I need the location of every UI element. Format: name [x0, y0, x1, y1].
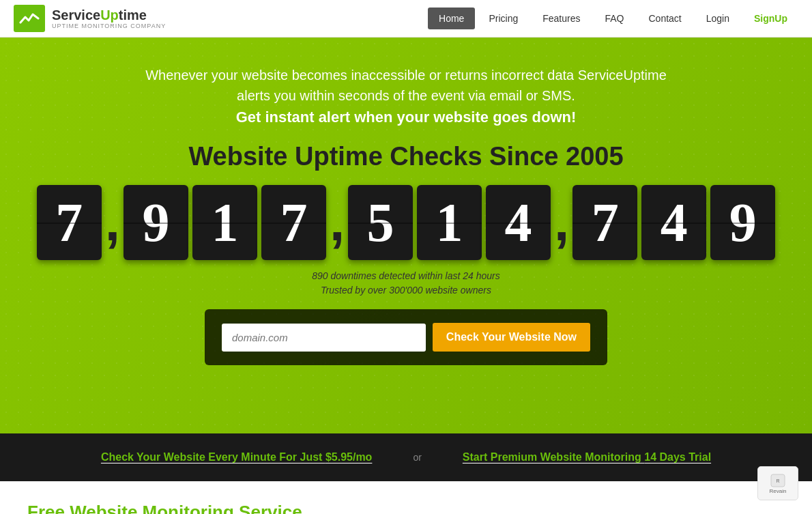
- digit-1b: 1: [417, 185, 482, 260]
- digit-9b: 9: [710, 185, 775, 260]
- bottom-bar-price: $5.95/mo: [325, 451, 372, 463]
- bottom-bar-left[interactable]: Check Your Website Every Minute For Just…: [101, 451, 372, 463]
- digit-7: 7: [37, 185, 102, 260]
- header: ServiceUptime UPTIME MONITORING COMPANY …: [0, 0, 812, 38]
- bottom-bar-right-text: Start Premium Website Monitoring: [463, 451, 644, 463]
- bottom-bar-left-text: Check Your Website Every Minute For Just: [101, 451, 325, 463]
- nav-pricing[interactable]: Pricing: [478, 8, 529, 29]
- check-website-button[interactable]: Check Your Website Now: [433, 323, 590, 352]
- revain-badge: R Revain: [757, 466, 798, 500]
- free-section-title: Free Website Monitoring Service: [27, 502, 785, 514]
- free-section: Free Website Monitoring Service: [0, 481, 812, 514]
- digit-7b: 7: [261, 185, 326, 260]
- logo: ServiceUptime UPTIME MONITORING COMPANY: [14, 5, 166, 32]
- comma-2: ,: [330, 190, 345, 260]
- digit-5: 5: [348, 185, 413, 260]
- comma-1: ,: [105, 190, 120, 260]
- revain-label: Revain: [770, 488, 787, 494]
- hero-section: Whenever your website becomes inaccessib…: [0, 38, 812, 433]
- bottom-bar: Check Your Website Every Minute For Just…: [0, 433, 812, 481]
- nav-signup[interactable]: SignUp: [743, 8, 798, 29]
- digit-7c: 7: [572, 185, 637, 260]
- logo-text: ServiceUptime UPTIME MONITORING COMPANY: [52, 8, 166, 29]
- nav-login[interactable]: Login: [695, 8, 740, 29]
- digit-4b: 4: [641, 185, 706, 260]
- svg-text:R: R: [776, 479, 779, 483]
- nav-home[interactable]: Home: [428, 8, 475, 29]
- bottom-bar-right[interactable]: Start Premium Website Monitoring 14 Days…: [463, 451, 711, 463]
- logo-subtitle: UPTIME MONITORING COMPANY: [52, 23, 166, 29]
- digit-4: 4: [486, 185, 551, 260]
- stats-line1: 890 downtimes detected within last 24 ho…: [14, 270, 798, 281]
- nav-features[interactable]: Features: [532, 8, 591, 29]
- hero-content: Whenever your website becomes inaccessib…: [14, 65, 798, 365]
- logo-icon: [14, 5, 45, 32]
- hero-tagline: Whenever your website becomes inaccessib…: [133, 65, 679, 128]
- search-section: Check Your Website Now: [205, 309, 607, 365]
- bottom-bar-trial: 14 Days Trial: [644, 451, 711, 463]
- nav-faq[interactable]: FAQ: [594, 8, 635, 29]
- bottom-bar-or: or: [413, 452, 421, 463]
- stats-line2: Trusted by over 300'000 website owners: [14, 285, 798, 296]
- hero-tagline-strong: Get instant alert when your website goes…: [133, 106, 679, 128]
- comma-3: ,: [554, 190, 569, 260]
- digit-9: 9: [124, 185, 188, 260]
- counter: 7 , 9 1 7 , 5 1 4 , 7 4 9: [14, 185, 798, 260]
- nav-contact[interactable]: Contact: [637, 8, 692, 29]
- domain-input[interactable]: [222, 324, 426, 352]
- main-nav: Home Pricing Features FAQ Contact Login …: [428, 8, 798, 29]
- digit-1: 1: [192, 185, 257, 260]
- hero-heading: Website Uptime Checks Since 2005: [14, 142, 798, 171]
- logo-brand: ServiceUptime: [52, 8, 166, 23]
